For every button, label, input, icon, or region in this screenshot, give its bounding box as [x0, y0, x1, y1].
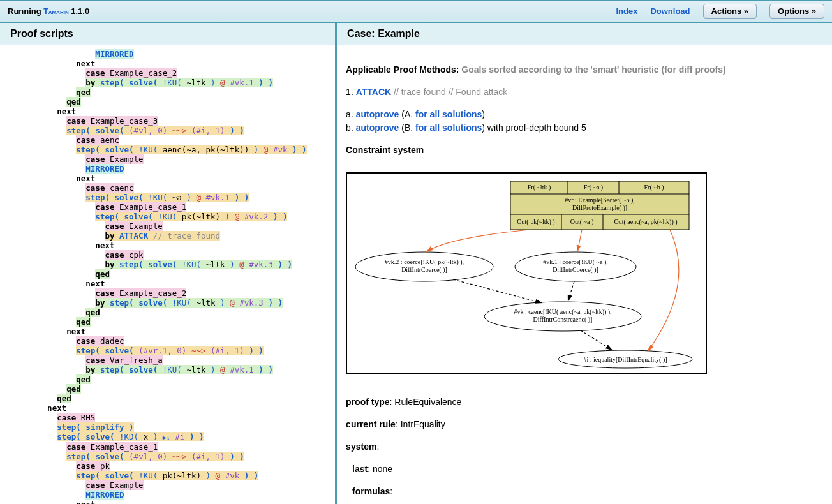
download-link[interactable]: Download [650, 6, 690, 16]
current-rule: current rule: IntrEquality [346, 418, 823, 431]
proof-line: MIRRORED [3, 490, 335, 500]
proof-line: case Var_fresh_a [3, 355, 335, 365]
proof-line: step( solve( (#vr.1, 0) ~~> (#i, 1) ) ) [3, 346, 335, 355]
svg-text:#vk.2 : coerce[!KU( pk(~ltk) ): #vk.2 : coerce[!KU( pk(~ltk) ), [385, 258, 464, 266]
proof-line: MIRRORED [3, 49, 335, 59]
proof-line: case pk [3, 461, 335, 471]
svg-text:#vk.1 : coerce[!KU( ~a ),: #vk.1 : coerce[!KU( ~a ), [543, 258, 607, 266]
proof-line: qed [3, 269, 335, 279]
proof-line: case cpk [3, 250, 335, 260]
svg-text:Out( aenc(~a, pk(~ltk)) ): Out( aenc(~a, pk(~ltk)) ) [614, 218, 678, 226]
for-all-b[interactable]: for all solutions [415, 122, 482, 133]
proof-scripts-pane: Proof scripts MIRRORED next case Example… [0, 23, 337, 504]
proof-line: qed [3, 97, 335, 107]
proof-line: MIRRORED [3, 164, 335, 174]
proof-line: qed [3, 87, 335, 97]
svg-text:DiffIntrCoerce( )]: DiffIntrCoerce( )] [401, 266, 447, 274]
proof-line: case Example [3, 154, 335, 164]
proof-line: next [3, 327, 335, 336]
proof-line: step( solve( !KD( x ) ▶₁ #i ) ) [3, 432, 335, 442]
proof-line: by step( solve( !KU( ~ltk ) @ #vk.1 ) ) [3, 78, 335, 87]
proof-line: next [3, 500, 335, 504]
proof-scripts-body[interactable]: MIRRORED next case Example_case_2 by ste… [0, 45, 335, 504]
autoprove-a[interactable]: autoprove [356, 109, 399, 119]
svg-text:Fr( ~ltk ): Fr( ~ltk ) [528, 184, 551, 191]
proof-line: next [3, 279, 335, 288]
proof-line: next [3, 107, 335, 116]
proof-line: next [3, 174, 335, 183]
system: system: [346, 440, 823, 454]
proof-line: case Example [3, 480, 335, 490]
svg-text:#vr : Example[Secret( ~b ),: #vr : Example[Secret( ~b ), [565, 196, 635, 204]
svg-text:#i : iequality[DiffIntrEqualit: #i : iequality[DiffIntrEquality( )] [584, 356, 667, 364]
topbar: Running Tamarin 1.1.0 Index Download Act… [0, 0, 832, 23]
for-all-a[interactable]: for all solutions [415, 109, 482, 119]
proof-line: case caenc [3, 183, 335, 193]
proof-line: next [3, 241, 335, 250]
svg-text:DiffIntrConstrcaenc( )]: DiffIntrConstrcaenc( )] [533, 316, 593, 323]
proof-line: case Example_case_1 [3, 202, 335, 212]
constraint-system-graph: Fr( ~ltk ) Fr( ~a ) Fr( ~b ) #vr : Examp… [346, 172, 707, 374]
topbar-actions: Index Download Actions » Options » [616, 4, 824, 19]
proof-line: step( solve( !KU( aenc(~a, pk(~ltk)) ) @… [3, 145, 335, 154]
proof-line: step( simplify ) [3, 422, 335, 432]
method-b: b. autoprove (B. for all solutions) with… [346, 121, 823, 135]
proof-line: case RHS [3, 413, 335, 422]
last: last: none [352, 463, 823, 476]
proof-line: step( solve( (#vl, 0) ~~> (#i, 1) ) ) [3, 126, 335, 135]
actions-menu[interactable]: Actions » [703, 4, 757, 19]
svg-text:Fr( ~a ): Fr( ~a ) [584, 184, 603, 191]
formulas: formulas: [352, 485, 823, 498]
proof-line: next [3, 59, 335, 68]
constraint-system-title: Constraint system [346, 144, 823, 157]
proof-line: case Example_case_2 [3, 288, 335, 298]
proof-line: by ATTACK // trace found [3, 231, 335, 241]
svg-text:Fr( ~b ): Fr( ~b ) [644, 184, 664, 191]
proof-line: case aenc [3, 135, 335, 145]
method-attack[interactable]: ATTACK [356, 87, 391, 97]
options-menu[interactable]: Options » [769, 4, 824, 19]
case-header: Case: Example [337, 23, 832, 45]
main: Proof scripts MIRRORED next case Example… [0, 23, 832, 504]
autoprove-b[interactable]: autoprove [356, 122, 399, 133]
proof-line: step( solve( !KU( pk(~ltk) ) @ #vk.2 ) ) [3, 212, 335, 221]
proof-line: case Example_case_3 [3, 116, 335, 126]
case-pane: Case: Example Applicable Proof Methods: … [337, 23, 832, 504]
svg-text:#vk : caenc[!KU( aenc(~a, pk(~: #vk : caenc[!KU( aenc(~a, pk(~ltk)) ), [514, 308, 611, 316]
applicable-proof-methods: Applicable Proof Methods: Goals sorted a… [346, 63, 823, 77]
svg-text:Out( pk(~ltk) ): Out( pk(~ltk) ) [517, 218, 554, 226]
proof-line: by step( solve( !KU( ~ltk ) @ #vk.1 ) ) [3, 365, 335, 374]
proof-code[interactable]: MIRRORED next case Example_case_2 by ste… [0, 45, 335, 504]
proof-line: by step( solve( !KU( ~ltk ) @ #vk.3 ) ) [3, 298, 335, 308]
proof-type: proof type: RuleEquivalence [346, 396, 823, 409]
svg-text:Out( ~a ): Out( ~a ) [570, 218, 594, 226]
app-title: Running Tamarin 1.1.0 [8, 6, 89, 16]
method-1: 1. ATTACK // trace found // Found attack [346, 85, 823, 99]
proof-line: step( solve( (#vl, 0) ~~> (#i, 1) ) ) [3, 452, 335, 461]
proof-line: qed [3, 374, 335, 384]
proof-line: next [3, 403, 335, 413]
proof-line: case Example_case_2 [3, 68, 335, 78]
proof-line: case dadec [3, 336, 335, 346]
proof-line: qed [3, 394, 335, 403]
proof-line: step( solve( !KU( pk(~ltk) ) @ #vk ) ) [3, 471, 335, 480]
index-link[interactable]: Index [616, 6, 637, 16]
proof-line: by step( solve( !KU( ~ltk ) @ #vk.3 ) ) [3, 260, 335, 269]
proof-line: qed [3, 317, 335, 327]
proof-line: case Example_case_1 [3, 442, 335, 452]
method-a: a. autoprove (A. for all solutions) [346, 108, 823, 121]
case-body[interactable]: Applicable Proof Methods: Goals sorted a… [337, 45, 832, 504]
proof-line: qed [3, 308, 335, 317]
proof-line: case Example [3, 221, 335, 231]
proof-line: step( solve( !KU( ~a ) @ #vk.1 ) ) [3, 193, 335, 202]
case-content: Applicable Proof Methods: Goals sorted a… [337, 45, 832, 504]
svg-text:DiffProtoExample( )]: DiffProtoExample( )] [572, 204, 627, 212]
proof-scripts-header: Proof scripts [0, 23, 335, 45]
proof-line: qed [3, 384, 335, 394]
svg-text:DiffIntrCoerce( )]: DiffIntrCoerce( )] [553, 266, 598, 274]
